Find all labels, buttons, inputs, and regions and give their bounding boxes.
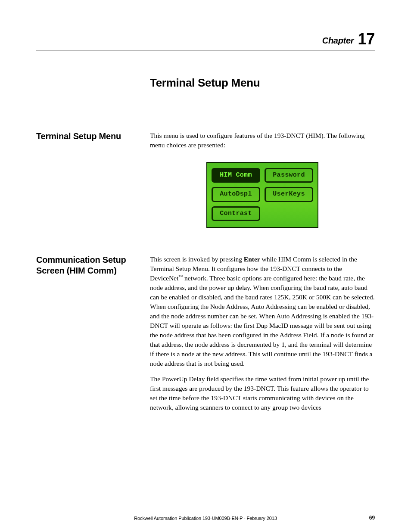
lcd-password: Password: [265, 168, 313, 183]
section-terminal-setup: Terminal Setup Menu This menu is used to…: [36, 131, 375, 228]
section-heading: Communication Setup Screen (HIM Comm): [36, 255, 150, 276]
lcd-row: AutoDspl UserKeys: [212, 187, 313, 202]
chapter-label: Chapter 17: [36, 30, 375, 48]
trademark-symbol: ™: [178, 274, 183, 279]
para-1: This screen is invoked by pressing Enter…: [150, 255, 375, 368]
lcd-userkeys: UserKeys: [265, 187, 313, 202]
page-number: 69: [369, 515, 375, 521]
section-body: This screen is invoked by pressing Enter…: [150, 255, 375, 418]
lcd-him-comm: HIM Comm: [212, 168, 260, 183]
section-body: This menu is used to configure features …: [150, 131, 375, 228]
para-2: The PowerUp Delay field specifies the ti…: [150, 374, 375, 412]
publication-info: Rockwell Automation Publication 193-UM00…: [134, 516, 277, 521]
page-title: Terminal Setup Menu: [150, 76, 375, 90]
chapter-word: Chapter: [322, 36, 354, 45]
section-comm-setup: Communication Setup Screen (HIM Comm) Th…: [36, 255, 375, 418]
intro-text: This menu is used to configure features …: [150, 131, 375, 150]
lcd-contrast: Contrast: [212, 206, 260, 221]
lcd-screen: HIM Comm Password AutoDspl UserKeys Cont…: [206, 162, 318, 228]
enter-bold: Enter: [244, 255, 260, 263]
section-heading: Terminal Setup Menu: [36, 131, 150, 142]
page-footer: Rockwell Automation Publication 193-UM00…: [36, 516, 375, 521]
chapter-number: 17: [358, 30, 375, 48]
lcd-row: HIM Comm Password: [212, 168, 313, 183]
header-rule: [36, 50, 375, 50]
lcd-row: Contrast: [212, 206, 313, 221]
lcd-autodspl: AutoDspl: [212, 187, 260, 202]
